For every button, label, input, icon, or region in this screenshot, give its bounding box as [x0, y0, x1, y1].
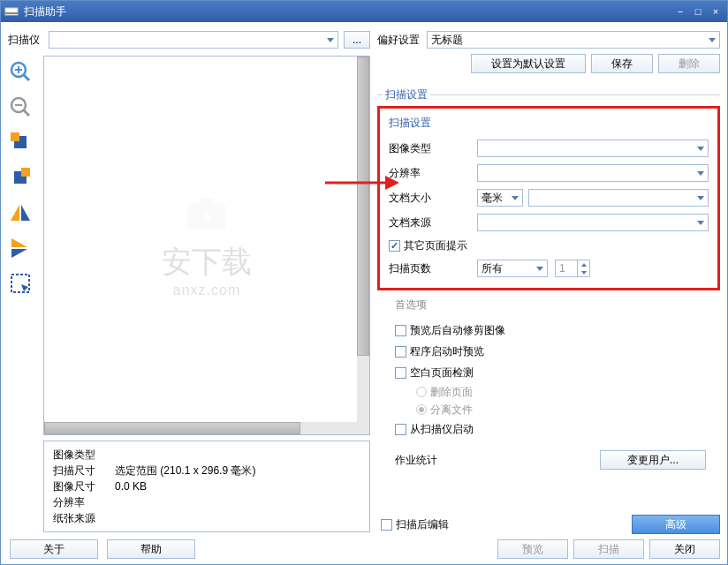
flip-vertical-icon[interactable]	[8, 236, 33, 260]
scrollbar-vertical[interactable]	[357, 56, 369, 422]
app-icon	[4, 4, 19, 19]
split-file-radio	[416, 404, 427, 415]
arrow-annotation	[325, 172, 399, 196]
svg-marker-14	[21, 205, 30, 221]
zoom-in-icon[interactable]	[8, 59, 33, 84]
svg-marker-16	[11, 249, 27, 258]
svg-rect-17	[11, 275, 29, 292]
svg-rect-10	[11, 132, 19, 141]
doc-size-select[interactable]	[528, 189, 709, 207]
flip-horizontal-icon[interactable]	[8, 200, 33, 225]
spinner-down-icon[interactable]	[578, 268, 589, 276]
rotate-right-icon[interactable]	[8, 165, 33, 190]
svg-marker-18	[21, 284, 28, 291]
window-title: 扫描助手	[24, 4, 672, 19]
scan-pages-spinner[interactable]: 1	[555, 260, 590, 277]
svg-marker-22	[581, 263, 587, 267]
preference-label: 偏好设置	[377, 33, 421, 48]
highlighted-scan-settings: 扫描设置 图像类型 分辨率 文档大小 毫米 文档	[377, 106, 720, 290]
scan-button[interactable]: 扫描	[573, 539, 644, 559]
preview-canvas[interactable]: 安下载 anxz.com	[43, 56, 370, 435]
svg-rect-1	[5, 12, 18, 14]
scan-pages-mode-select[interactable]: 所有	[477, 260, 548, 277]
zoom-out-icon[interactable]	[8, 94, 33, 119]
job-stats-label: 作业统计	[395, 453, 437, 468]
doc-size-unit-select[interactable]: 毫米	[477, 189, 523, 207]
scan-settings-title: 扫描设置	[383, 87, 430, 102]
about-button[interactable]: 关于	[10, 539, 98, 559]
svg-marker-15	[11, 238, 27, 247]
change-user-button[interactable]: 变更用户...	[600, 450, 706, 470]
rotate-left-icon[interactable]	[8, 130, 33, 154]
start-from-scanner-checkbox[interactable]	[395, 424, 406, 435]
set-default-button[interactable]: 设置为默认设置	[471, 54, 586, 73]
delete-page-radio	[416, 387, 427, 397]
spinner-up-icon[interactable]	[578, 260, 589, 268]
watermark: 安下载 anxz.com	[162, 192, 252, 298]
doc-source-select[interactable]	[477, 214, 709, 231]
svg-marker-13	[11, 205, 19, 221]
svg-point-19	[203, 214, 210, 221]
svg-rect-12	[21, 168, 30, 177]
scanner-label: 扫描仪	[8, 33, 43, 48]
preference-select[interactable]: 无标题	[427, 31, 720, 49]
trim-after-preview-checkbox[interactable]	[395, 325, 406, 336]
advanced-button[interactable]: 高级	[632, 515, 720, 534]
delete-preference-button[interactable]: 删除	[658, 54, 720, 73]
info-panel: 图像类型 扫描尺寸选定范围 (210.1 x 296.9 毫米) 图像尺寸0.0…	[43, 441, 370, 532]
image-type-select[interactable]	[477, 139, 709, 157]
other-page-prompt-checkbox[interactable]	[389, 240, 400, 252]
titlebar: 扫描助手 − □ ×	[1, 1, 727, 22]
close-app-button[interactable]: 关闭	[649, 539, 720, 559]
svg-line-7	[24, 110, 29, 116]
save-preference-button[interactable]: 保存	[591, 54, 653, 73]
scanner-select[interactable]	[49, 31, 338, 49]
svg-marker-21	[385, 176, 399, 190]
help-button[interactable]: 帮助	[107, 539, 195, 559]
maximize-button[interactable]: □	[690, 5, 706, 18]
edit-after-scan-checkbox[interactable]	[381, 519, 392, 531]
options-title: 首选项	[395, 298, 427, 311]
svg-line-3	[24, 75, 29, 80]
preview-on-start-checkbox[interactable]	[395, 346, 406, 358]
svg-marker-23	[581, 271, 587, 275]
minimize-button[interactable]: −	[672, 5, 688, 18]
marquee-select-icon[interactable]	[8, 271, 33, 296]
scanner-browse-button[interactable]: ...	[344, 31, 370, 49]
resolution-select[interactable]	[477, 164, 709, 182]
close-button[interactable]: ×	[708, 5, 724, 18]
scan-settings-subtitle: 扫描设置	[389, 116, 709, 131]
blank-page-detect-checkbox[interactable]	[395, 367, 406, 379]
scrollbar-horizontal[interactable]	[44, 422, 357, 434]
preview-button[interactable]: 预览	[497, 539, 568, 559]
